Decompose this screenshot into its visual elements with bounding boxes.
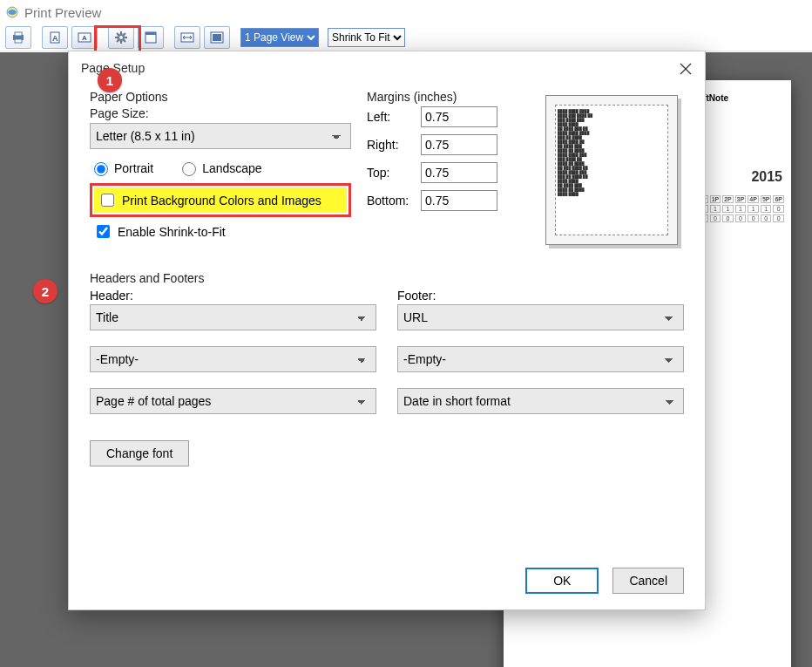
margin-top-label: Top: bbox=[367, 166, 421, 180]
print-background-checkbox[interactable] bbox=[101, 194, 114, 207]
change-font-button[interactable]: Change font bbox=[90, 440, 189, 466]
paper-options-label: Paper Options bbox=[90, 90, 351, 104]
svg-rect-15 bbox=[145, 32, 156, 35]
svg-text:A: A bbox=[52, 34, 58, 43]
svg-rect-19 bbox=[213, 34, 221, 41]
full-page-button[interactable] bbox=[204, 26, 230, 49]
svg-rect-3 bbox=[15, 39, 22, 43]
landscape-radio-label[interactable]: Landscape bbox=[178, 160, 262, 176]
annotation-badge-1: 1 bbox=[98, 68, 122, 92]
page-size-select[interactable]: Letter (8.5 x 11 in) bbox=[90, 123, 351, 149]
window-title: Print Preview bbox=[24, 5, 101, 20]
page-view-select[interactable]: 1 Page View bbox=[240, 28, 319, 47]
window-titlebar: Print Preview bbox=[0, 0, 812, 24]
margin-top-input[interactable] bbox=[421, 162, 497, 183]
print-background-label: Print Background Colors and Images bbox=[122, 194, 321, 208]
print-button[interactable] bbox=[5, 26, 31, 49]
svg-point-13 bbox=[119, 36, 123, 39]
ok-button[interactable]: OK bbox=[525, 568, 599, 594]
shrink-to-fit-label: Enable Shrink-to-Fit bbox=[118, 225, 226, 239]
shrink-to-fit-checkbox[interactable] bbox=[97, 225, 110, 238]
svg-rect-16 bbox=[181, 33, 193, 42]
footer-label: Footer: bbox=[397, 289, 684, 303]
landscape-radio[interactable] bbox=[182, 162, 196, 176]
portrait-radio[interactable] bbox=[94, 162, 108, 176]
margin-bottom-input[interactable] bbox=[421, 190, 497, 211]
annotation-badge-2: 2 bbox=[33, 279, 58, 303]
header-label: Header: bbox=[90, 289, 376, 303]
footer-3-select[interactable]: Date in short format bbox=[397, 388, 684, 414]
close-icon bbox=[680, 63, 692, 75]
page-setup-button[interactable] bbox=[108, 26, 134, 49]
margin-left-input[interactable] bbox=[421, 106, 497, 127]
margin-right-input[interactable] bbox=[421, 134, 497, 155]
toolbar: A A 1 Page View Shrink To Fit bbox=[0, 24, 812, 51]
cancel-button[interactable]: Cancel bbox=[612, 568, 684, 594]
landscape-button[interactable]: A bbox=[71, 26, 98, 49]
portrait-radio-label[interactable]: Portrait bbox=[90, 160, 153, 176]
svg-line-11 bbox=[117, 33, 125, 42]
header-2-select[interactable]: -Empty- bbox=[90, 346, 376, 372]
close-button[interactable] bbox=[673, 57, 698, 81]
svg-rect-6 bbox=[78, 33, 91, 42]
footer-1-select[interactable]: URL bbox=[397, 304, 684, 330]
footer-2-select[interactable]: -Empty- bbox=[397, 346, 684, 372]
dialog-titlebar: Page Setup bbox=[69, 51, 705, 85]
shrink-select[interactable]: Shrink To Fit bbox=[328, 28, 405, 47]
preview-year: 2015 bbox=[751, 169, 782, 185]
svg-rect-18 bbox=[211, 32, 223, 43]
svg-text:A: A bbox=[82, 34, 87, 42]
page-thumbnail: ████ ████ ████████ ███ ████ █████ ████ █… bbox=[545, 95, 678, 245]
ie-icon bbox=[5, 5, 19, 19]
portrait-button[interactable]: A bbox=[42, 26, 68, 49]
svg-rect-1 bbox=[13, 35, 24, 40]
margin-left-label: Left: bbox=[367, 110, 421, 124]
full-width-button[interactable] bbox=[174, 26, 200, 49]
margin-bottom-label: Bottom: bbox=[367, 194, 421, 208]
header-3-select[interactable]: Page # of total pages bbox=[90, 388, 376, 414]
headers-footers-label: Headers and Footers bbox=[90, 271, 684, 285]
svg-rect-2 bbox=[15, 32, 22, 36]
page-setup-dialog: Page Setup Paper Options Page Size: Lett… bbox=[68, 51, 706, 610]
svg-point-8 bbox=[117, 33, 125, 42]
svg-rect-14 bbox=[145, 32, 156, 43]
svg-rect-4 bbox=[51, 32, 59, 43]
margin-right-label: Right: bbox=[367, 138, 421, 152]
header-1-select[interactable]: Title bbox=[90, 304, 376, 330]
headers-footers-button[interactable] bbox=[138, 26, 164, 49]
page-size-label: Page Size: bbox=[90, 106, 351, 120]
annotation-box-2: Print Background Colors and Images bbox=[90, 183, 351, 217]
margins-label: Margins (inches) bbox=[367, 90, 524, 104]
svg-line-12 bbox=[117, 33, 125, 42]
